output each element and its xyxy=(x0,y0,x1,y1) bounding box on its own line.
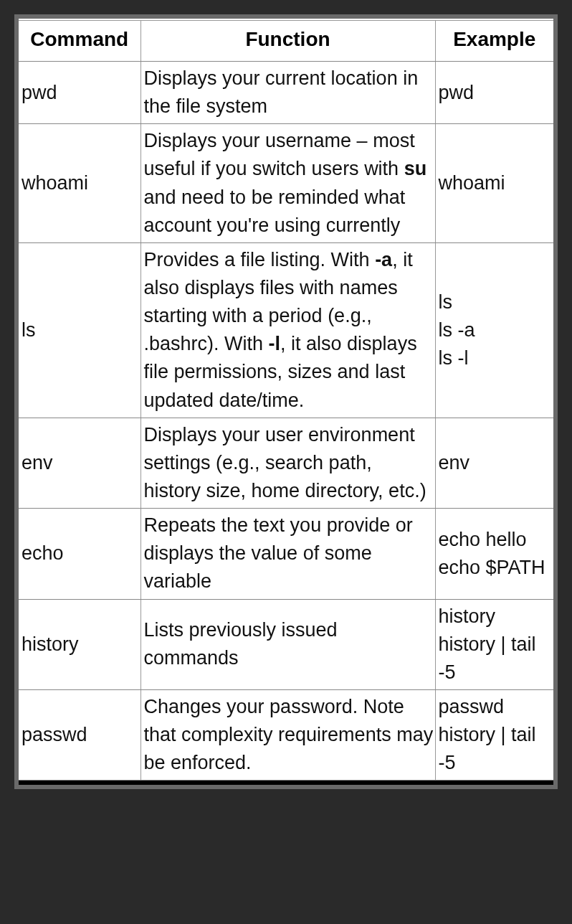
table-body: pwd Displays your current location in th… xyxy=(19,62,553,781)
cell-function: Repeats the text you provide or displays… xyxy=(140,509,435,599)
cell-command: pwd xyxy=(19,62,140,124)
cell-command: ls xyxy=(19,242,140,418)
table-row: passwd Changes your password. Note that … xyxy=(19,689,553,780)
table-row: pwd Displays your current location in th… xyxy=(19,62,553,124)
cell-command: history xyxy=(19,599,140,689)
cell-command: passwd xyxy=(19,689,140,780)
table-row: env Displays your user environment setti… xyxy=(19,418,553,508)
cell-function: Displays your current location in the fi… xyxy=(140,62,435,124)
cell-example: historyhistory | tail -5 xyxy=(435,599,553,689)
table-row: ls Provides a file listing. With -a, it … xyxy=(19,242,553,418)
cell-example: pwd xyxy=(435,62,553,124)
cell-command: env xyxy=(19,418,140,508)
bottom-border xyxy=(19,781,553,785)
table-row: history Lists previously issued commands… xyxy=(19,599,553,689)
cell-example: echo helloecho $PATH xyxy=(435,509,553,599)
cell-example: passwdhistory | tail -5 xyxy=(435,689,553,780)
cell-function: Displays your user environment settings … xyxy=(140,418,435,508)
cell-example: lsls -als -l xyxy=(435,242,553,418)
table-row: whoami Displays your username – most use… xyxy=(19,124,553,243)
table-inner: Command Function Example pwd Displays yo… xyxy=(19,19,553,785)
commands-table: Command Function Example pwd Displays yo… xyxy=(19,20,553,781)
cell-function: Changes your password. Note that complex… xyxy=(140,689,435,780)
cell-function: Lists previously issued commands xyxy=(140,599,435,689)
cell-function: Displays your username – most useful if … xyxy=(140,124,435,243)
table-frame: Command Function Example pwd Displays yo… xyxy=(14,14,558,789)
cell-command: whoami xyxy=(19,124,140,243)
table-row: echo Repeats the text you provide or dis… xyxy=(19,509,553,599)
cell-command: echo xyxy=(19,509,140,599)
cell-example: whoami xyxy=(435,124,553,243)
cell-function: Provides a file listing. With -a, it als… xyxy=(140,242,435,418)
header-command: Command xyxy=(19,21,140,62)
header-example: Example xyxy=(435,21,553,62)
header-function: Function xyxy=(140,21,435,62)
header-row: Command Function Example xyxy=(19,21,553,62)
cell-example: env xyxy=(435,418,553,508)
